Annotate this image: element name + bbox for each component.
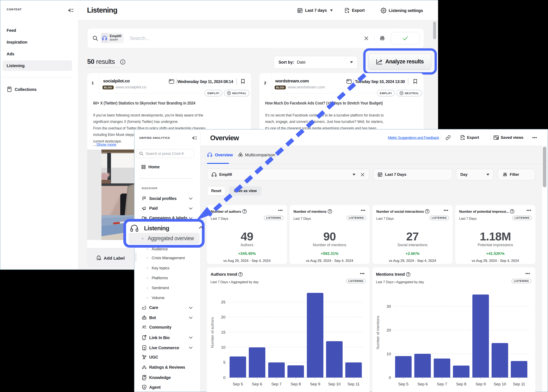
svg-text:20: 20 — [386, 328, 391, 332]
svg-text:25: 25 — [221, 300, 225, 304]
svg-text:0: 0 — [389, 376, 391, 380]
svg-text:Sep 5: Sep 5 — [233, 382, 243, 386]
svg-text:Sep 10: Sep 10 — [328, 382, 341, 386]
svg-text:Sep 7: Sep 7 — [271, 382, 282, 386]
svg-text:5: 5 — [223, 360, 225, 364]
svg-text:Sep 6: Sep 6 — [252, 382, 262, 386]
svg-text:Sep 9: Sep 9 — [310, 382, 320, 386]
svg-text:15: 15 — [221, 330, 225, 334]
svg-text:Sep 11: Sep 11 — [513, 382, 525, 386]
svg-text:Sep 9: Sep 9 — [476, 382, 486, 386]
svg-text:Sep 11: Sep 11 — [348, 382, 360, 386]
svg-text:Sep 10: Sep 10 — [493, 382, 506, 386]
svg-text:Sep 6: Sep 6 — [417, 382, 428, 386]
svg-text:30: 30 — [386, 304, 391, 308]
svg-text:Sep 8: Sep 8 — [456, 382, 466, 386]
svg-text:20: 20 — [221, 315, 225, 319]
svg-text:Sep 5: Sep 5 — [398, 382, 408, 386]
svg-text:10: 10 — [221, 345, 225, 350]
svg-text:A: A — [143, 386, 145, 388]
svg-text:0: 0 — [223, 376, 225, 380]
svg-text:Sep 8: Sep 8 — [291, 382, 301, 386]
svg-text:Number of mentions: Number of mentions — [376, 316, 380, 349]
svg-text:Sep 7: Sep 7 — [437, 382, 447, 386]
svg-text:10: 10 — [386, 352, 391, 356]
svg-text:Number of authors: Number of authors — [210, 317, 214, 348]
